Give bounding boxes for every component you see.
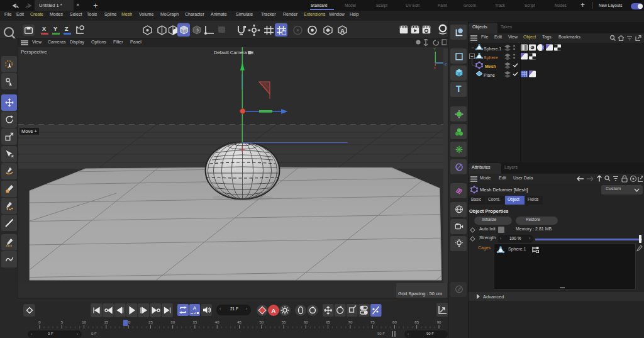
svg-text:75: 75 [370, 320, 375, 324]
svg-text:35: 35 [193, 320, 197, 324]
svg-text:15: 15 [104, 320, 108, 324]
svg-text:Plane: Plane [484, 73, 495, 77]
svg-text:Mesh: Mesh [485, 64, 496, 69]
svg-text:10: 10 [82, 320, 86, 324]
svg-text:65: 65 [326, 320, 330, 324]
svg-text:80: 80 [392, 320, 397, 324]
svg-text:90: 90 [437, 320, 441, 324]
svg-text:A: A [340, 28, 345, 34]
svg-text:30: 30 [170, 320, 175, 324]
svg-text:X: X [433, 66, 436, 70]
svg-text:A: A [272, 307, 276, 314]
svg-text:25: 25 [148, 320, 153, 324]
svg-text:Y: Y [433, 47, 436, 51]
svg-text:40: 40 [215, 320, 219, 324]
svg-text:5: 5 [61, 320, 64, 324]
svg-text:Grid Spacing : 50 cm: Grid Spacing : 50 cm [398, 291, 442, 296]
svg-text:55: 55 [282, 320, 286, 324]
svg-text:Sphere: Sphere [484, 55, 498, 60]
svg-text:Z: Z [445, 62, 447, 66]
svg-text:60: 60 [304, 320, 308, 324]
svg-text:70: 70 [348, 320, 353, 324]
svg-text:85: 85 [414, 320, 419, 324]
svg-text:Sphere.1: Sphere.1 [484, 47, 502, 52]
svg-text:45: 45 [237, 320, 242, 324]
svg-text:A: A [193, 305, 197, 311]
svg-text:50: 50 [259, 320, 264, 324]
svg-text:0: 0 [38, 320, 41, 324]
